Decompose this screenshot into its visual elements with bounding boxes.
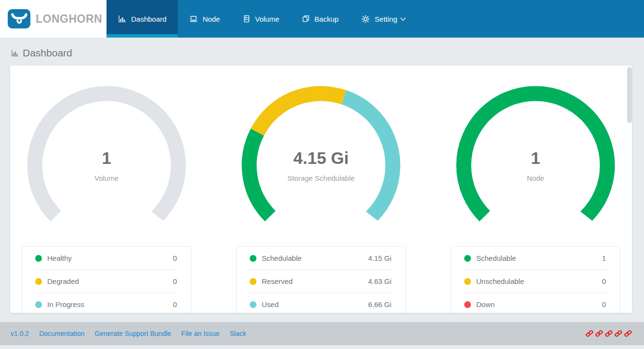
broken-link-icon bbox=[605, 330, 613, 338]
laptop-icon bbox=[189, 15, 198, 23]
legend-value: 0 bbox=[602, 277, 606, 285]
nav-tab-volume[interactable]: Volume bbox=[231, 0, 291, 38]
legend-value: 0 bbox=[173, 254, 177, 262]
chevron-down-icon bbox=[400, 17, 406, 21]
storage-gauge-chart: 4.15 Gi Storage Schedulable bbox=[239, 83, 403, 247]
storage-gauge-section: 4.15 Gi Storage Schedulable Schedulable … bbox=[236, 83, 406, 313]
status-dot bbox=[250, 255, 256, 262]
legend-row: Schedulable 4.15 Gi bbox=[237, 247, 405, 269]
slack-link[interactable]: Slack bbox=[229, 330, 246, 337]
legend-value: 4.63 Gi bbox=[368, 277, 391, 285]
status-dot bbox=[35, 278, 42, 285]
footer-broken-link-icons[interactable] bbox=[586, 330, 632, 338]
vertical-scrollbar-thumb[interactable] bbox=[627, 67, 632, 123]
status-dot bbox=[250, 301, 256, 308]
volume-gauge-section: 1 Volume Healthy 0 Degraded 0 In Progres… bbox=[22, 83, 191, 313]
status-dot bbox=[464, 301, 471, 308]
nav-tab-node[interactable]: Node bbox=[178, 0, 231, 38]
legend-label: Schedulable bbox=[262, 254, 302, 262]
legend-label: Used bbox=[262, 300, 279, 309]
bar-chart-icon bbox=[11, 49, 19, 57]
gear-icon bbox=[362, 15, 370, 23]
broken-link-icon bbox=[624, 330, 632, 338]
legend-row: Reserved 4.63 Gi bbox=[237, 270, 405, 293]
nav-tab-label: Volume bbox=[255, 15, 279, 23]
page-title: Dashboard bbox=[0, 38, 644, 66]
legend-row: Schedulable 1 bbox=[451, 247, 620, 269]
backup-icon bbox=[302, 15, 309, 23]
longhorn-bull-icon bbox=[8, 9, 30, 28]
status-dot bbox=[250, 278, 256, 285]
legend-row: Unschedulable 0 bbox=[451, 270, 620, 293]
legend-label: In Progress bbox=[47, 300, 84, 309]
broken-link-icon bbox=[595, 330, 604, 338]
legend-row: Down 0 bbox=[451, 293, 620, 313]
footer-links: v1.0.2 Documentation Generate Support Bu… bbox=[11, 330, 246, 337]
nav-tab-label: Setting bbox=[375, 15, 397, 23]
volume-gauge-chart: 1 Volume bbox=[25, 83, 188, 247]
legend-value: 0 bbox=[602, 300, 606, 309]
status-dot bbox=[464, 278, 471, 285]
brand-name: LONGHORN bbox=[36, 13, 102, 26]
legend-row: Healthy 0 bbox=[22, 247, 191, 269]
status-dot bbox=[35, 301, 42, 308]
broken-link-icon bbox=[615, 330, 623, 338]
footer-bar: v1.0.2 Documentation Generate Support Bu… bbox=[0, 322, 644, 345]
file-an-issue-link[interactable]: File an Issue bbox=[181, 330, 219, 337]
documentation-link[interactable]: Documentation bbox=[39, 330, 84, 337]
version-link[interactable]: v1.0.2 bbox=[11, 330, 29, 337]
legend-label: Reserved bbox=[262, 277, 293, 285]
nav-tab-label: Backup bbox=[314, 15, 338, 23]
nav-tab-label: Node bbox=[202, 15, 220, 23]
node-legend-card: Schedulable 1 Unschedulable 0 Down 0 bbox=[451, 246, 620, 313]
node-gauge-chart: 1 Node bbox=[454, 83, 617, 247]
node-gauge-section: 1 Node Schedulable 1 Unschedulable 0 Dow… bbox=[451, 83, 620, 313]
legend-label: Degraded bbox=[47, 277, 79, 285]
generate-support-bundle-link[interactable]: Generate Support Bundle bbox=[94, 330, 171, 337]
legend-value: 0 bbox=[173, 300, 177, 309]
top-nav-bar: LONGHORN Dashboard Node Volu bbox=[0, 0, 644, 38]
broken-link-icon bbox=[586, 330, 594, 338]
legend-value: 4.15 Gi bbox=[368, 254, 391, 262]
volume-icon bbox=[243, 15, 250, 23]
dashboard-card: 1 Volume Healthy 0 Degraded 0 In Progres… bbox=[10, 66, 632, 313]
legend-value: 1 bbox=[602, 254, 606, 262]
longhorn-logo[interactable]: LONGHORN bbox=[0, 0, 107, 38]
legend-row: Used 6.66 Gi bbox=[237, 293, 405, 313]
bar-chart-icon bbox=[118, 15, 126, 23]
main-nav: Dashboard Node Volume Backup bbox=[107, 0, 644, 38]
storage-legend-card: Schedulable 4.15 Gi Reserved 4.63 Gi Use… bbox=[236, 246, 406, 313]
legend-value: 0 bbox=[173, 277, 177, 285]
nav-tab-dashboard[interactable]: Dashboard bbox=[107, 0, 178, 38]
page-title-text: Dashboard bbox=[23, 47, 72, 59]
legend-label: Healthy bbox=[47, 254, 72, 262]
legend-row: Degraded 0 bbox=[22, 270, 191, 293]
nav-tab-setting[interactable]: Setting bbox=[350, 0, 417, 38]
status-dot bbox=[464, 255, 471, 262]
legend-value: 6.66 Gi bbox=[368, 300, 391, 309]
volume-legend-card: Healthy 0 Degraded 0 In Progress 0 bbox=[22, 246, 191, 313]
legend-row: In Progress 0 bbox=[22, 293, 191, 313]
legend-label: Unschedulable bbox=[476, 277, 524, 285]
legend-label: Down bbox=[476, 300, 495, 309]
nav-tab-backup[interactable]: Backup bbox=[291, 0, 350, 38]
nav-tab-label: Dashboard bbox=[131, 15, 166, 23]
status-dot bbox=[35, 255, 42, 262]
legend-label: Schedulable bbox=[476, 254, 516, 262]
